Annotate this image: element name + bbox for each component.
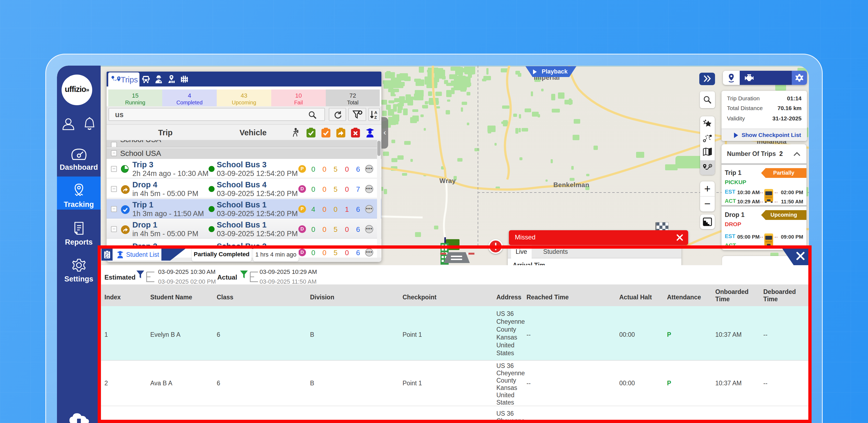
svg-text:A: A xyxy=(374,110,377,115)
svg-text:Z: Z xyxy=(374,115,377,120)
